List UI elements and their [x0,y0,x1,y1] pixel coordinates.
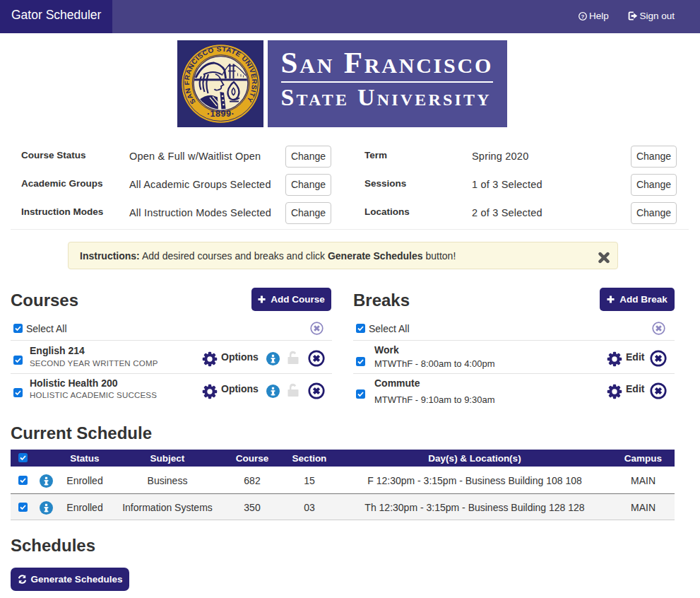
svg-text:·1899·: ·1899· [207,109,235,119]
svg-text:?: ? [581,13,585,19]
